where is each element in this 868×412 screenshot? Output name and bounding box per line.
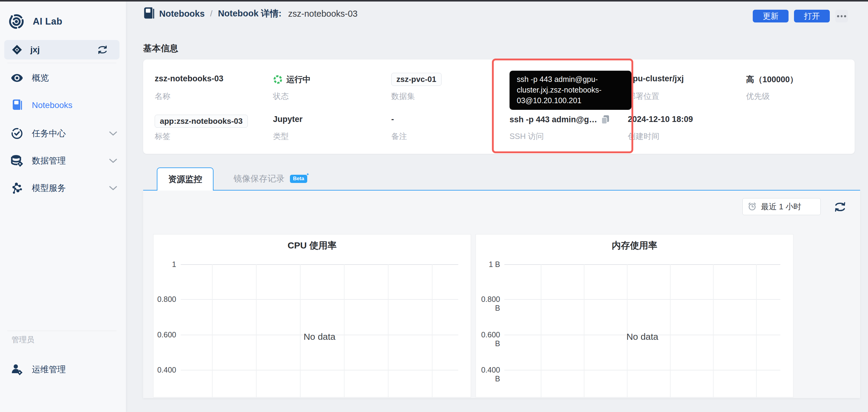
field-dataset-value: zsz-pvc-01	[391, 73, 503, 86]
chevron-down-icon	[108, 131, 118, 136]
plot-area: No data	[504, 264, 780, 398]
y-tick: 0.400	[153, 365, 176, 374]
sidebar-item-label: 数据管理	[32, 155, 66, 167]
field-dataset-label: 数据集	[391, 91, 503, 101]
app-logo-icon	[8, 13, 24, 29]
sidebar-item-label: 概览	[32, 72, 49, 84]
user-gear-icon	[11, 363, 23, 376]
chevron-down-icon	[108, 185, 118, 191]
sidebar-item-model-service[interactable]: 模型服务	[0, 179, 126, 197]
top-edge-bar	[0, 0, 868, 1]
field-type-label: 类型	[273, 131, 385, 142]
basic-info-card: zsz-notebooks-03 名称 app:zsz-notebooks-03…	[143, 59, 855, 154]
refresh-icon[interactable]	[833, 200, 847, 214]
plot-area: No data	[181, 264, 458, 398]
y-tick: 0.400 B	[476, 365, 500, 383]
breadcrumb-current: Notebook 详情:	[218, 7, 281, 20]
sidebar-item-data-management[interactable]: 数据管理	[0, 152, 126, 170]
y-tick: 0.600	[153, 330, 176, 339]
basic-info-title: 基本信息	[143, 42, 178, 55]
check-circle-icon	[11, 127, 23, 140]
field-ssh-value: ssh -p 443 admin@g…	[509, 115, 622, 124]
ssh-tooltip-line: cluster.jxj.zsz-notebooks-	[517, 85, 624, 95]
tab-resource-monitor[interactable]: 资源监控	[157, 168, 214, 190]
status-running-icon	[273, 75, 283, 84]
cpu-usage-chart: CPU 使用率 1 0.800 0.600 0.400 No data	[153, 234, 471, 398]
breadcrumb-separator: /	[210, 9, 213, 19]
field-created-label: 创建时间	[628, 131, 740, 142]
workspace-name: jxj	[30, 45, 40, 55]
breadcrumb-root[interactable]: Notebooks	[159, 9, 205, 19]
ssh-command-tooltip: ssh -p 443 admin@gpu- cluster.jxj.zsz-no…	[509, 71, 631, 110]
update-button[interactable]: 更新	[753, 10, 788, 23]
no-data-label: No data	[181, 332, 458, 342]
field-name-label: 名称	[155, 91, 267, 101]
more-actions-button[interactable]	[835, 10, 848, 23]
field-type-value: Jupyter	[273, 115, 385, 124]
workspace-switcher[interactable]: jxj	[4, 40, 120, 59]
tab-label: 镜像保存记录	[234, 173, 284, 184]
chevron-down-icon	[108, 158, 118, 164]
chart-title: 内存使用率	[476, 239, 793, 252]
time-range-select[interactable]: 最近 1 小时	[742, 198, 821, 215]
copy-icon[interactable]	[601, 115, 610, 124]
breadcrumb-notebook-name: zsz-notebooks-03	[288, 9, 358, 19]
field-remark-label: 备注	[391, 131, 503, 142]
y-tick: 1 B	[476, 260, 500, 269]
field-status-label: 状态	[273, 91, 385, 101]
sidebar-divider	[7, 331, 117, 331]
sidebar-item-overview[interactable]: 概览	[0, 69, 126, 87]
sidebar-divider	[7, 63, 117, 63]
sidebar-item-ops-management[interactable]: 运维管理	[0, 360, 126, 379]
book-icon	[11, 99, 23, 111]
model-nodes-icon	[11, 182, 23, 194]
sidebar-item-label: Notebooks	[32, 100, 72, 110]
field-ssh-label: SSH 访问	[509, 131, 622, 142]
y-tick: 1	[153, 260, 176, 269]
sidebar-item-task-center[interactable]: 任务中心	[0, 124, 126, 143]
app-title: AI Lab	[33, 16, 62, 27]
tabbar-underline	[143, 190, 860, 190]
tab-image-save-records[interactable]: 镜像保存记录 Beta	[234, 168, 307, 190]
field-deploy-label: 部署位置	[628, 91, 740, 101]
tab-label: 资源监控	[168, 174, 202, 185]
field-created-value: 2024-12-10 18:09	[628, 115, 740, 124]
sidebar-section-label: 管理员	[11, 335, 34, 345]
chart-title: CPU 使用率	[153, 239, 471, 252]
clock-icon	[748, 202, 757, 211]
sidebar: AI Lab jxj 概览	[0, 1, 126, 412]
sidebar-item-label: 运维管理	[32, 364, 66, 375]
field-deploy-value: gpu-cluster/jxj	[628, 74, 740, 83]
ssh-tooltip-line: 03@10.20.100.201	[517, 95, 624, 106]
app-logo-row: AI Lab	[8, 13, 62, 29]
header-actions: 更新 打开	[753, 10, 848, 23]
y-tick: 0.800	[153, 295, 176, 304]
open-button[interactable]: 打开	[794, 10, 830, 23]
eye-icon	[11, 72, 23, 84]
time-range-value: 最近 1 小时	[761, 202, 801, 212]
field-tag-value: app:zsz-notebooks-03	[155, 115, 267, 128]
field-name-value: zsz-notebooks-03	[155, 74, 267, 83]
field-priority-label: 优先级	[746, 91, 858, 101]
sidebar-item-label: 任务中心	[32, 128, 66, 139]
field-remark-value: -	[391, 115, 503, 124]
memory-usage-chart: 内存使用率 1 B 0.800 B 0.600 B 0.400 B No dat…	[475, 234, 794, 398]
y-tick: 0.600 B	[476, 330, 500, 348]
ssh-tooltip-line: ssh -p 443 admin@gpu-	[517, 74, 624, 85]
y-tick: 0.800 B	[476, 295, 500, 313]
field-tag-label: 标签	[155, 131, 267, 142]
database-gear-icon	[11, 155, 23, 167]
book-icon	[143, 7, 154, 20]
beta-badge: Beta	[290, 175, 307, 183]
workspace-icon	[11, 44, 23, 55]
workspace-swap-icon[interactable]	[98, 46, 107, 54]
breadcrumb: Notebooks / Notebook 详情: zsz-notebooks-0…	[143, 7, 358, 21]
no-data-label: No data	[504, 332, 780, 342]
sidebar-item-notebooks[interactable]: Notebooks	[0, 96, 126, 114]
sidebar-item-label: 模型服务	[32, 182, 66, 194]
field-priority-value: 高（100000）	[746, 74, 858, 85]
field-status-value: 运行中	[273, 74, 385, 85]
